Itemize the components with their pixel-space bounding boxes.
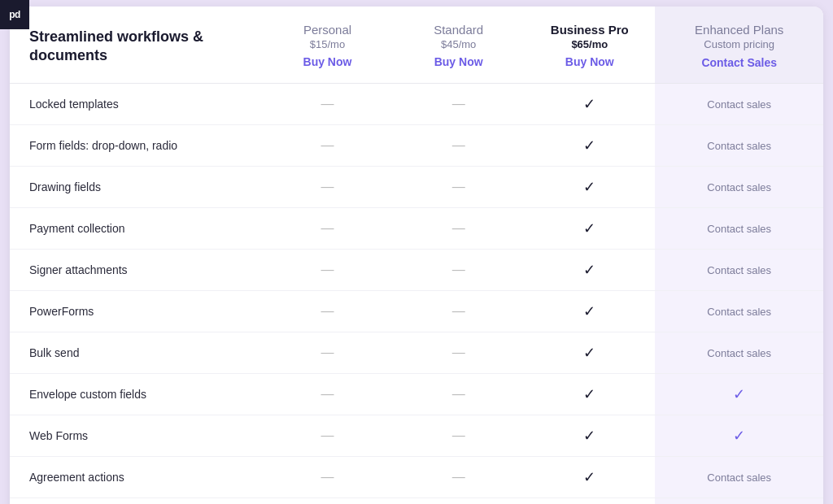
personal-buy-button[interactable]: Buy Now	[275, 55, 380, 68]
contact-sales-label: Contact sales	[707, 471, 771, 484]
contact-sales-label: Contact sales	[707, 306, 771, 318]
standard-value: —	[393, 415, 524, 457]
feature-label: Drawing fields	[10, 167, 262, 208]
personal-plan-name: Personal	[275, 23, 380, 37]
personal-value: —	[262, 125, 393, 167]
check-icon: ✓	[583, 386, 595, 402]
enhanced-value: Contact sales	[655, 291, 823, 332]
dash-icon: —	[321, 345, 334, 359]
custom-pricing-label: Custom pricing	[668, 38, 810, 50]
business-pro-value: ✓	[524, 415, 655, 457]
contact-sales-label: Contact sales	[707, 264, 771, 276]
enhanced-value: Contact sales	[655, 125, 823, 167]
enhanced-contact-sales-button[interactable]: Contact Sales	[701, 56, 777, 69]
personal-value: —	[262, 457, 393, 498]
feature-label: Web Forms	[10, 415, 262, 457]
personal-plan-header: Personal $15/mo Buy Now	[262, 7, 393, 84]
section-title: Streamlined workflows & documents	[29, 28, 203, 63]
feature-label: Form fields: drop-down, radio	[10, 125, 262, 167]
business-pro-plan-price: $65/mo	[537, 38, 642, 50]
business-pro-value: —	[524, 498, 655, 505]
business-pro-plan-header: Business Pro $65/mo Buy Now	[524, 7, 655, 84]
dash-icon: —	[452, 138, 465, 152]
personal-value: —	[262, 167, 393, 208]
check-icon: ✓	[583, 96, 595, 112]
feature-label: Bulk send	[10, 332, 262, 374]
feature-label: Payment collection	[10, 208, 262, 250]
check-icon: ✓	[583, 262, 595, 278]
contact-sales-label: Contact sales	[707, 140, 771, 152]
enhanced-value: ✓	[655, 415, 823, 457]
dash-icon: —	[452, 97, 465, 111]
personal-value: —	[262, 498, 393, 505]
check-icon: ✓	[583, 428, 595, 444]
business-pro-value: ✓	[524, 457, 655, 498]
standard-value: —	[393, 332, 524, 374]
business-pro-value: ✓	[524, 208, 655, 250]
dash-icon: —	[452, 180, 465, 193]
personal-value: —	[262, 332, 393, 374]
business-pro-value: ✓	[524, 125, 655, 167]
standard-value: —	[393, 374, 524, 415]
personal-value: —	[262, 415, 393, 457]
business-pro-value: ✓	[524, 250, 655, 291]
personal-value: —	[262, 208, 393, 250]
logo-icon: pd	[9, 9, 20, 20]
standard-value: —	[393, 208, 524, 250]
feature-label: Signer attachments	[10, 250, 262, 291]
check-icon: ✓	[583, 345, 595, 361]
enhanced-value: Contact sales	[655, 250, 823, 291]
business-pro-buy-button[interactable]: Buy Now	[537, 55, 642, 68]
enhanced-value: Contact sales	[655, 332, 823, 374]
enhanced-value: Contact sales	[655, 167, 823, 208]
dash-icon: —	[452, 428, 465, 442]
standard-value: —	[393, 291, 524, 332]
business-pro-value: ✓	[524, 84, 655, 125]
dash-icon: —	[321, 387, 334, 401]
dash-icon: —	[321, 263, 334, 276]
dash-icon: —	[452, 470, 465, 484]
standard-value: —	[393, 84, 524, 125]
feature-label: Agreement actions	[10, 457, 262, 498]
standard-value: —	[393, 498, 524, 505]
business-pro-value: ✓	[524, 332, 655, 374]
enhanced-value: Contact sales	[655, 84, 823, 125]
dash-icon: —	[321, 428, 334, 442]
enhanced-value: Contact sales	[655, 457, 823, 498]
standard-plan-price: $45/mo	[406, 38, 511, 50]
standard-value: —	[393, 167, 524, 208]
dash-icon: —	[452, 263, 465, 276]
feature-label: Locked templates	[10, 84, 262, 125]
logo-bar: pd	[0, 0, 29, 29]
check-purple-icon: ✓	[733, 428, 745, 444]
personal-plan-price: $15/mo	[275, 38, 380, 50]
dash-icon: —	[452, 221, 465, 235]
business-pro-value: ✓	[524, 291, 655, 332]
enhanced-value: Contact sales	[655, 498, 823, 505]
feature-label: Multi-channel delivery	[10, 498, 262, 505]
contact-sales-label: Contact sales	[707, 98, 771, 111]
pricing-table: Streamlined workflows & documents Person…	[10, 7, 823, 504]
dash-icon: —	[321, 138, 334, 152]
feature-column-header: Streamlined workflows & documents	[10, 7, 262, 84]
enhanced-plan-name: Enhanced Plans	[668, 23, 810, 37]
contact-sales-label: Contact sales	[707, 181, 771, 193]
business-pro-plan-name: Business Pro	[537, 23, 642, 37]
enhanced-value: ✓	[655, 374, 823, 415]
standard-plan-name: Standard	[406, 23, 511, 37]
dash-icon: —	[452, 387, 465, 401]
dash-icon: —	[321, 97, 334, 111]
dash-icon: —	[452, 304, 465, 318]
dash-icon: —	[452, 345, 465, 359]
standard-buy-button[interactable]: Buy Now	[406, 55, 511, 68]
check-icon: ✓	[583, 220, 595, 237]
check-icon: ✓	[583, 469, 595, 485]
check-icon: ✓	[583, 137, 595, 154]
dash-icon: —	[321, 470, 334, 484]
dash-icon: —	[321, 221, 334, 235]
personal-value: —	[262, 250, 393, 291]
standard-value: —	[393, 457, 524, 498]
personal-value: —	[262, 374, 393, 415]
personal-value: —	[262, 84, 393, 125]
check-icon: ✓	[583, 303, 595, 319]
